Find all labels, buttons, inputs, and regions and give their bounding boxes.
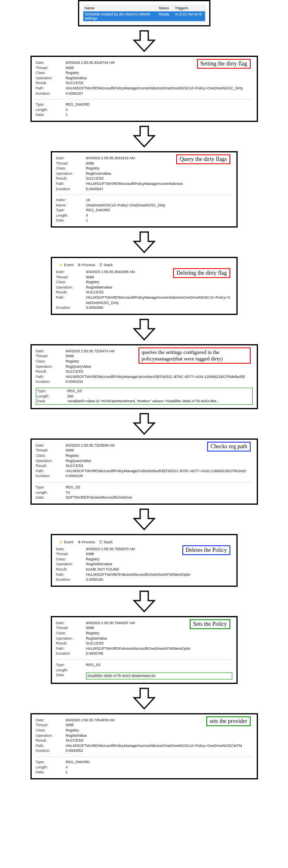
- kv-row: Result:SUCCESS: [56, 176, 232, 181]
- callout-label: Setting the dirty flag: [197, 59, 250, 69]
- kv-label: Path:: [36, 374, 60, 380]
- kv-label: Operation:: [56, 171, 80, 176]
- kv-label: Data:: [37, 399, 62, 404]
- kv-label: Class:: [56, 166, 80, 171]
- kv-value: RegDeleteValue: [86, 562, 232, 567]
- sched-col-status: Status: [159, 6, 175, 10]
- kv-row: Type:REG_DWORD: [36, 760, 253, 765]
- kv-value: SUCCESS: [66, 738, 253, 743]
- kv-row: Operation:RegDeleteValue: [56, 562, 232, 567]
- tab-event[interactable]: ⚡Event: [58, 263, 74, 267]
- kv-label: Operation:: [56, 562, 80, 567]
- kv-label: Data:: [36, 112, 60, 117]
- kv-row: Operation:RegQueryValue: [36, 458, 253, 464]
- kv-row: Data:1: [36, 770, 253, 775]
- kv-value: 1: [66, 770, 253, 775]
- kv-label: Date:: [56, 156, 80, 161]
- down-arrow-icon: [132, 29, 156, 53]
- kv-value: 74: [66, 490, 253, 495]
- kv-row: Path:HKLM\SOFTWARE\Microsoft\PolicyManag…: [56, 295, 232, 305]
- kv-value: OneDriveNGSCv2~Policy~OneDriveNGSC_Dirty: [86, 203, 232, 208]
- kv-label: Path:: [36, 743, 60, 749]
- kv-value: 4: [66, 765, 253, 770]
- kv-label: Type:: [36, 102, 60, 107]
- kv-label: Data:: [36, 495, 60, 500]
- kv-row: Duration:0.0000190: [56, 577, 232, 582]
- kv-label: Class:: [56, 280, 80, 285]
- kv-value: 0.0000234: [66, 379, 253, 384]
- kv-row: Result:SUCCESS: [36, 369, 253, 374]
- kv-value: RegQueryValue: [66, 364, 253, 369]
- kv-label: Result:: [56, 290, 80, 295]
- kv-value: HKLM\SOFTWARE\Microsoft\PolicyManager\Ad…: [66, 469, 253, 474]
- tab-process[interactable]: ⚙Process: [78, 540, 95, 544]
- kv-value: Registry: [86, 280, 232, 285]
- kv-label: Date:: [36, 349, 60, 354]
- kv-label: Index:: [56, 197, 80, 203]
- extra-block: Index:19Name:OneDriveNGSCv2~Policy~OneDr…: [56, 195, 232, 223]
- panel-wrapper: Date:9/4/2023 1:55:35.7315474 AMThread:5…: [30, 344, 258, 409]
- panel-wrapper: ⚡Event⚙Process☰StackDate:9/4/2023 1:55:3…: [51, 534, 238, 587]
- sched-header-row: Name Status Triggers: [83, 5, 205, 11]
- tab-process[interactable]: ⚙Process: [78, 263, 95, 267]
- kv-value: HKLM\SOFTWARE\Policies\Microsoft\OneDriv…: [86, 646, 232, 651]
- panel-wrapper: ⚡Event⚙Process☰StackDate:9/4/2023 1:55:3…: [51, 257, 238, 315]
- down-arrow-icon: [132, 230, 156, 254]
- kv-row: Data:02ad5f9c-3696-477b-8cb3-9ba6e0e6ec9…: [56, 673, 232, 679]
- kv-value: HKLM\SOFTWARE\Microsoft\PolicyManager\cu…: [66, 86, 253, 91]
- sched-col-triggers: Triggers: [175, 6, 204, 10]
- task-scheduler-panel: Name Status Triggers Schedule created by…: [78, 0, 210, 26]
- kv-value: 1: [66, 112, 253, 117]
- extra-block: Type:REG_DWORDLength:4Data:1: [36, 99, 253, 117]
- kv-row: Duration:0.0000552: [36, 748, 253, 753]
- kv-row: Duration:0.0000786: [56, 651, 232, 656]
- kv-row: Duration:0.0000390: [56, 305, 232, 310]
- callout-label: Sets the Policy: [190, 619, 230, 629]
- callout-label: queries the settings configured in the p…: [139, 347, 251, 364]
- kv-label: Class:: [36, 70, 60, 76]
- kv-value: REG_DWORD: [86, 208, 232, 213]
- kv-row: Class:Registry: [36, 728, 253, 733]
- kv-label: Duration:: [36, 473, 60, 479]
- kv-value: SUCCESS: [86, 290, 232, 295]
- kv-value: [86, 668, 232, 673]
- kv-row: Data:SOFTWARE\Policies\Microsoft\OneDriv…: [36, 495, 253, 500]
- kv-label: Length:: [56, 213, 80, 218]
- kv-row: Name:OneDriveNGSCv2~Policy~OneDriveNGSC_…: [56, 203, 232, 208]
- kv-value: RegSetValue: [66, 733, 253, 738]
- event-icon: ⚡: [58, 263, 63, 267]
- panel-wrapper: Date:9/4/2023 1:55:35.7354833 AMThread:5…: [30, 713, 258, 779]
- kv-label: Length:: [56, 668, 80, 673]
- kv-row: Length:4: [56, 213, 232, 218]
- kv-value: Registry: [86, 166, 232, 171]
- tab-stack[interactable]: ☰Stack: [99, 540, 113, 544]
- kv-label: Operation:: [56, 636, 80, 641]
- tab-stack[interactable]: ☰Stack: [99, 263, 113, 267]
- kv-label: Date:: [36, 60, 60, 65]
- kv-row: Result:SUCCESS: [36, 738, 253, 743]
- kv-label: Date:: [36, 718, 60, 723]
- kv-label: Result:: [36, 463, 60, 469]
- kv-row: Type:REG_SZ: [37, 388, 251, 394]
- procmon-panel: ⚡Event⚙Process☰StackDate:9/4/2023 1:55:3…: [51, 534, 238, 587]
- kv-row: Operation:RegEnumValue: [56, 171, 232, 176]
- kv-row: Duration:0.0000157: [36, 91, 253, 96]
- kv-value: Registry: [86, 557, 232, 562]
- kv-row: Type:REG_DWORD: [36, 102, 253, 107]
- tab-event[interactable]: ⚡Event: [58, 540, 74, 544]
- down-arrow-icon: [132, 589, 156, 614]
- kv-value: Registry: [66, 728, 253, 733]
- kv-label: Path:: [56, 295, 80, 305]
- kv-label: Thread:: [36, 448, 60, 453]
- kv-value: RegSetValue: [66, 76, 253, 81]
- sched-task-row[interactable]: Schedule created by dm client to refresh…: [83, 11, 205, 21]
- kv-label: Operation:: [36, 458, 60, 464]
- stack-icon: ☰: [99, 540, 102, 544]
- kv-label: Path:: [56, 572, 80, 577]
- kv-value: Registry: [86, 631, 232, 636]
- kv-label: Data:: [56, 673, 80, 679]
- kv-value: HKLM\SOFTWARE\Microsoft\PolicyManager\pr…: [66, 374, 253, 380]
- kv-row: Operation:RegDeleteValue: [56, 285, 232, 290]
- callout-label: Checks reg path: [207, 442, 250, 451]
- kv-label: Result:: [56, 641, 80, 646]
